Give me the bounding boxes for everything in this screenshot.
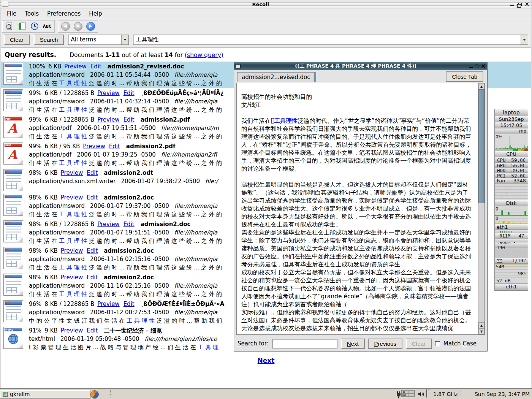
battery-icon[interactable]	[426, 390, 427, 397]
preview-link[interactable]: Preview	[61, 247, 83, 254]
clear-button[interactable]: Clear	[4, 35, 30, 45]
close-tab-button[interactable]: Close Tab	[446, 71, 483, 82]
match-case-checkbox[interactable]	[435, 341, 440, 346]
cpu-chart: 0%	[495, 134, 528, 149]
edit-link[interactable]: Edit	[109, 143, 120, 150]
search-button[interactable]: Search	[34, 35, 64, 45]
find-next-button[interactable]: Next	[341, 339, 365, 349]
sort-documents-button[interactable]	[16, 21, 28, 32]
close-icon[interactable]: ×	[481, 64, 486, 69]
menu-tools[interactable]: Tools	[21, 9, 42, 18]
file-type-icon: DOC	[3, 273, 24, 296]
workspace-4[interactable]	[408, 394, 415, 397]
workspace-switcher[interactable]	[401, 390, 415, 397]
workspace-1[interactable]	[402, 390, 408, 394]
preview-link[interactable]: Preview	[97, 221, 119, 228]
find-clear-button[interactable]: Clear	[406, 339, 432, 349]
task-button-1[interactable]: gkrellm	[0, 390, 90, 398]
find-previous-button[interactable]: Previous	[368, 339, 402, 349]
taskbar-separator[interactable]	[110, 390, 112, 397]
edit-link[interactable]: Edit	[124, 301, 135, 307]
results-range: 1-11	[105, 52, 120, 59]
search-mode-select[interactable]: All terms	[68, 35, 129, 45]
history-button[interactable]	[29, 21, 40, 32]
edit-link[interactable]: Edit	[90, 63, 101, 70]
menu-help[interactable]: Help	[86, 9, 105, 18]
maximize-icon[interactable]	[518, 3, 522, 6]
preview-link[interactable]: Preview	[83, 143, 105, 150]
gkrellm-ticker: mo	[495, 128, 528, 134]
net-interface-label: eth1	[495, 224, 528, 230]
edit-link[interactable]: Edit	[124, 221, 135, 228]
preview-link[interactable]: Preview	[61, 169, 83, 176]
minimize-icon[interactable]	[510, 5, 514, 6]
cpu-frequency: 1.87 GHz	[433, 391, 458, 397]
maximize-icon[interactable]	[475, 65, 478, 68]
taskbar-clock[interactable]: Sun Sep 23, 3:47 PM	[465, 391, 530, 397]
file-name: admission2.pdf	[141, 116, 190, 123]
preview-link[interactable]: Preview	[97, 90, 119, 97]
edit-link[interactable]: Edit	[124, 116, 135, 123]
scrollbar-track[interactable]	[478, 203, 484, 322]
chevron-down-icon[interactable]	[121, 35, 128, 44]
edit-link[interactable]: Edit	[87, 327, 98, 334]
mime-type: application/pdf	[29, 125, 71, 131]
edit-link[interactable]: Edit	[87, 247, 98, 254]
tab-admission2[interactable]: admission2...evised.doc	[237, 72, 316, 82]
nav-back-button[interactable]	[72, 21, 84, 32]
memory-chart: 54M 98%	[495, 264, 528, 277]
preview-link[interactable]: Preview	[97, 116, 119, 123]
cpu-section-label: CPU	[495, 151, 528, 157]
menu-file[interactable]: File	[3, 9, 20, 18]
relevance-percent: 98%	[29, 247, 41, 254]
preview-link[interactable]: Preview	[61, 327, 83, 334]
edit-link[interactable]: Edit	[124, 90, 135, 97]
firefox-launcher[interactable]	[90, 390, 100, 399]
preview-document-button[interactable]	[4, 21, 15, 32]
file-date: 2006-01-12 00:27:53 -0500	[90, 309, 169, 316]
window-menu-icon[interactable]	[2, 2, 8, 7]
close-icon[interactable]: ×	[524, 2, 529, 7]
scroll-down-icon[interactable]: ▼	[478, 328, 484, 334]
nav-first-button[interactable]	[60, 21, 71, 32]
recoll-titlebar[interactable]: Recoll ×	[0, 0, 532, 8]
edit-link[interactable]: Edit	[87, 169, 98, 176]
scrollbar-thumb[interactable]	[478, 89, 484, 203]
file-date: 2006-01-07 19:39:25 -0500	[77, 151, 156, 158]
nav-forward-button[interactable]	[85, 21, 96, 32]
file-url: file:///home/qian2/files/co	[145, 336, 217, 342]
preview-paragraph: 成功的校友对于公立大学当然有益无害，但不像对私立大学那么至关重要。但是选入未来社…	[241, 269, 473, 309]
file-size: 9 KB	[44, 327, 57, 334]
menu-preferences[interactable]: Preferences	[44, 9, 84, 18]
window-menu-icon[interactable]	[236, 64, 241, 68]
workspace-3[interactable]	[402, 394, 408, 397]
show-query-link[interactable]: (show query)	[185, 52, 223, 59]
edit-link[interactable]: Edit	[87, 194, 98, 201]
taskbar-separator[interactable]	[461, 390, 462, 397]
next-page-link[interactable]: Next	[258, 357, 275, 364]
edit-link[interactable]: Edit	[87, 274, 98, 281]
minimize-icon[interactable]	[469, 67, 473, 68]
chevron-down-icon[interactable]	[521, 35, 528, 44]
preview-text[interactable]: 高校招生的社会功能和目的文/钱江 我们生活在工具理性泛滥的时代。作为“世之显学”…	[237, 83, 478, 334]
preview-titlebar[interactable]: ((工 PHRASE 4 具 PHRASE 4 理 PHRASE 4 性)) ×	[234, 62, 487, 70]
preview-link[interactable]: Preview	[61, 194, 83, 201]
file-size: 6 KB	[44, 274, 57, 281]
preview-scrollbar[interactable]: ▲ ▲ ▼	[478, 83, 484, 334]
document-arrows-icon	[18, 22, 26, 30]
mime-type: application/msword	[29, 203, 85, 209]
gkrellm-panel[interactable]: laptop Sun23Sep 15:47 05 mo 0% CPU CPU59…	[494, 109, 528, 291]
scroll-up-icon[interactable]: ▲	[478, 83, 484, 89]
preview-paragraph	[241, 173, 473, 181]
scroll-up-icon[interactable]: ▲	[478, 322, 484, 328]
preview-link[interactable]: Preview	[97, 301, 119, 307]
disk-section-label: Disk	[495, 200, 528, 206]
query-input[interactable]: 工具理性	[133, 35, 528, 45]
preview-link[interactable]: Preview	[64, 63, 86, 70]
workspace-2[interactable]	[408, 390, 415, 394]
spellcheck-button[interactable]: ÅBĈ	[41, 21, 53, 32]
file-type-icon: HTML	[3, 326, 24, 350]
volume-tray[interactable]	[416, 390, 426, 399]
find-input[interactable]	[272, 339, 337, 348]
preview-link[interactable]: Preview	[61, 274, 83, 281]
